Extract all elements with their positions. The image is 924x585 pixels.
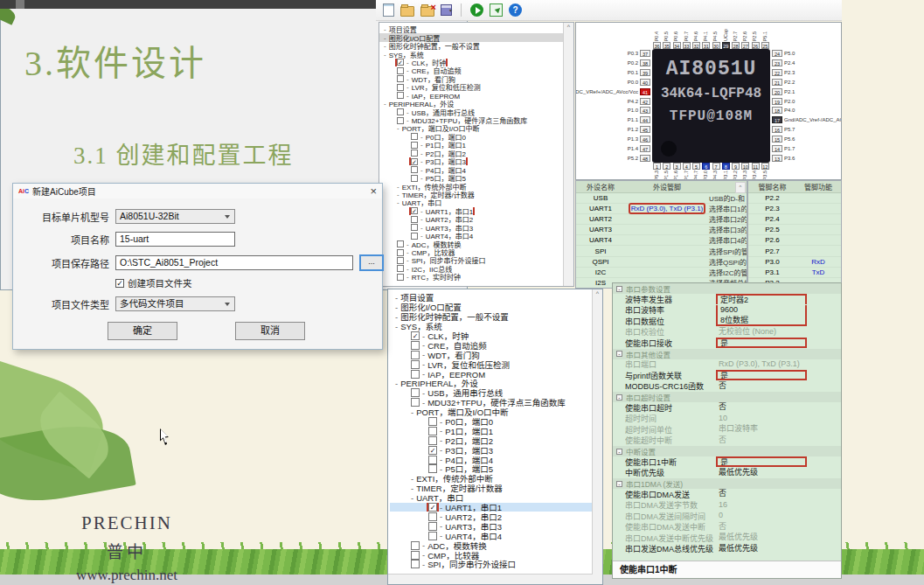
property-value[interactable]: 否 xyxy=(716,435,807,446)
table-row[interactable]: UART4选择串口4的 xyxy=(576,235,747,246)
project-type-select[interactable]: 多代码文件项目 xyxy=(115,296,235,311)
checkbox[interactable] xyxy=(397,249,404,256)
property-group-header[interactable]: -串口超时设置 xyxy=(613,392,841,402)
checkbox[interactable] xyxy=(411,551,420,560)
property-row[interactable]: 中断优先级最低优先级 xyxy=(613,468,841,479)
close-icon[interactable]: × xyxy=(370,185,377,198)
tree-item[interactable]: -UART4，串口4 xyxy=(379,232,573,240)
tree-item[interactable]: -CMP，比较器 xyxy=(390,550,592,560)
property-row[interactable]: 使能超时中断否 xyxy=(613,435,841,447)
tree1-scrollbar[interactable]: ^ xyxy=(563,23,573,286)
property-value[interactable]: 定时器2 xyxy=(716,294,807,304)
save-path-input[interactable]: O:\STC_Ai8051_Project xyxy=(115,255,353,270)
tree-item[interactable]: -UART4，串口4 xyxy=(390,531,592,540)
table-row[interactable]: P2.7 xyxy=(748,246,841,256)
checkbox[interactable] xyxy=(428,522,437,531)
checkbox[interactable] xyxy=(428,436,437,445)
tree-item[interactable]: -CMP，比较器 xyxy=(379,248,573,256)
checkbox[interactable] xyxy=(411,175,418,182)
table-row[interactable]: P3.1TxD xyxy=(748,268,841,278)
tree-item[interactable]: -I2C，IIC总线 xyxy=(379,265,573,273)
tree-item[interactable]: -图形化时钟配置，一般不设置 xyxy=(379,42,573,50)
property-row[interactable]: 串口波特率9600 xyxy=(613,305,841,317)
dialog-titlebar[interactable]: AiC 新建AiCube项目 × xyxy=(13,184,382,198)
table-row[interactable]: P3.0RxD xyxy=(748,257,841,268)
tree-item[interactable]: -UART2，串口2 xyxy=(379,215,573,223)
checkbox[interactable] xyxy=(397,240,404,247)
checkbox[interactable]: ✓ xyxy=(411,158,418,165)
checkbox[interactable] xyxy=(397,108,404,115)
checkbox[interactable] xyxy=(411,133,418,140)
collapse-icon[interactable]: - xyxy=(616,481,622,487)
scroll-up-icon[interactable]: ^ xyxy=(593,289,602,298)
table-row[interactable]: USBUSB的D-和 xyxy=(576,193,747,204)
checkbox[interactable] xyxy=(428,532,437,540)
tree-item[interactable]: -EXTI，传统外部中断 xyxy=(390,474,592,484)
checkbox[interactable] xyxy=(411,370,420,379)
property-group-header[interactable]: -串口1DMA (发送) xyxy=(613,478,841,489)
checkbox[interactable]: ✓ xyxy=(428,446,437,455)
checkbox[interactable] xyxy=(397,84,404,91)
tree-item[interactable]: -P1口，端口1 xyxy=(390,426,592,435)
property-value[interactable]: 否 xyxy=(716,402,807,413)
tree-item[interactable]: -MDU32+TFPU，硬件浮点三角函数库 xyxy=(390,398,592,407)
property-value[interactable]: 8位数据 xyxy=(716,316,807,326)
tree-item[interactable]: -USB，通用串行总线 xyxy=(379,108,573,115)
tree-item[interactable]: ✓-P3口，端口3 xyxy=(379,157,573,165)
tree-item[interactable]: -UART2，串口2 xyxy=(390,512,592,521)
checkbox[interactable] xyxy=(411,351,420,359)
collapse-icon[interactable]: - xyxy=(616,286,622,292)
property-row[interactable]: 串口校验位无校验位 (None) xyxy=(613,327,841,338)
table-row[interactable]: P2.6 xyxy=(748,235,841,246)
property-value[interactable]: 9600 xyxy=(716,305,807,316)
property-row[interactable]: 波特率发生器定时器2 xyxy=(613,294,841,305)
property-value[interactable]: 0 xyxy=(716,511,807,521)
property-value[interactable]: 最低优先级 xyxy=(716,468,807,478)
tree-item[interactable]: -图形化I/O口配置 xyxy=(379,33,573,41)
save-button[interactable]: ▾ xyxy=(441,4,452,16)
table-row[interactable]: P2.5 xyxy=(748,225,841,235)
tree-item[interactable]: -TIMER，定时器/计数器 xyxy=(379,191,573,198)
checkbox[interactable] xyxy=(411,224,418,231)
property-row[interactable]: 串口DMA发送字节数16 xyxy=(613,500,841,512)
checkbox[interactable] xyxy=(411,360,420,369)
property-value[interactable]: 否 xyxy=(716,522,807,533)
tree-item[interactable]: -P1口，端口1 xyxy=(379,141,573,149)
checkbox[interactable] xyxy=(428,512,437,521)
tree-item[interactable]: ✓-CLK，时钟 xyxy=(390,331,592,341)
cancel-button[interactable]: 取消 xyxy=(235,322,305,340)
checkbox[interactable]: ✓ xyxy=(397,59,404,66)
checkbox[interactable] xyxy=(411,541,420,550)
table-row[interactable]: SPI选择SPI的管 xyxy=(576,246,747,256)
tree-item[interactable]: -PORT，端口及I/O口中断 xyxy=(379,124,573,132)
property-row[interactable]: 串口数据位8位数据 xyxy=(613,316,841,327)
checkbox[interactable] xyxy=(397,75,404,82)
tree-item[interactable]: -WDT，看门狗 xyxy=(390,350,592,359)
open-project-button[interactable]: ▾ xyxy=(400,3,414,17)
tree-item[interactable]: -MDU32+TFPU，硬件浮点三角函数库 xyxy=(379,116,573,124)
tree-item[interactable]: -UART3，串口3 xyxy=(379,224,573,232)
table-row[interactable]: P2.3 xyxy=(748,204,841,214)
tree-item[interactable]: -CRE，自动追频 xyxy=(390,340,592,350)
checkbox[interactable] xyxy=(411,142,418,149)
tree2-scrollbar[interactable]: ^ xyxy=(592,289,602,584)
checkbox[interactable] xyxy=(411,233,418,240)
scroll-up-icon[interactable]: ^ xyxy=(564,23,573,31)
property-row[interactable]: 超时时间10 xyxy=(613,414,841,425)
tree-item[interactable]: -UART，串口 xyxy=(390,493,592,503)
tree-item[interactable]: -项目设置 xyxy=(390,293,592,303)
checkbox[interactable] xyxy=(411,341,420,350)
tree-item[interactable]: -项目设置 xyxy=(379,25,573,33)
tree-item[interactable]: -IAP，EEPROM xyxy=(379,92,573,100)
checkbox[interactable] xyxy=(411,560,420,568)
property-value[interactable]: 10 xyxy=(716,414,807,424)
tree-item[interactable]: -图形化时钟配置，一般不设置 xyxy=(390,312,592,322)
property-row[interactable]: 使能串口接收是 xyxy=(613,338,841,349)
property-value[interactable]: 串口波特率 xyxy=(716,424,807,435)
table-row[interactable]: UART1RxD (P3.0), TxD (P3.1)选择串口1的 xyxy=(576,204,747,214)
ok-button[interactable]: 确定 xyxy=(108,322,177,340)
property-value[interactable]: 否 xyxy=(716,489,807,499)
property-row[interactable]: 与printf函数关联是 xyxy=(613,370,841,381)
tree-item[interactable]: -TIMER，定时器/计数器 xyxy=(390,484,592,493)
checkbox[interactable] xyxy=(397,265,404,272)
